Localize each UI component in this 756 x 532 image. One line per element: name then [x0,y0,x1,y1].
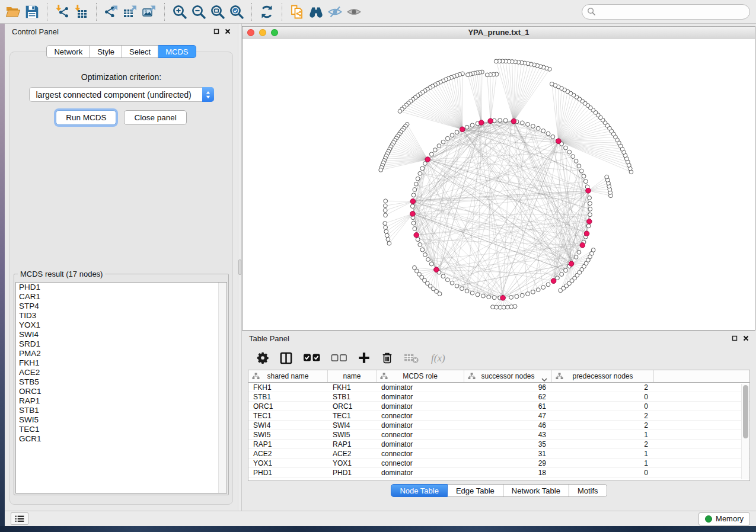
tab-network[interactable]: Network [46,45,90,58]
tab-style[interactable]: Style [90,45,122,58]
node-table[interactable]: shared namenameMCDS rolesuccessor nodesp… [248,370,750,481]
run-mcds-button[interactable]: Run MCDS [56,110,116,125]
list-item[interactable]: RAP1 [16,396,227,406]
list-item[interactable]: STP4 [16,302,227,311]
float-panel-icon[interactable] [213,28,219,34]
hide-selected-button[interactable] [326,2,344,21]
table-row[interactable]: SWI4SWI4dominator462 [248,421,749,430]
network-window-titlebar[interactable]: YPA_prune.txt_1 [243,27,755,39]
zoom-selected-button[interactable] [227,2,246,21]
select-all-columns-button[interactable] [303,351,321,364]
column-header-name[interactable]: name [328,370,377,382]
deselect-all-columns-button[interactable] [331,352,347,364]
mcds-hub-node [511,118,516,124]
open-session-button[interactable] [4,2,23,21]
dropdown-stepper-icon [202,87,214,102]
cell: dominator [377,402,464,411]
find-button[interactable] [307,2,326,21]
tab-network-table[interactable]: Network Table [503,484,569,497]
table-row[interactable]: ACE2ACE2connector311 [248,449,749,459]
mcds-hub-node [551,278,556,284]
column-header-label: name [343,372,361,380]
list-item[interactable]: ORC1 [16,387,227,396]
cell: SWI4 [248,421,328,430]
list-scrollbar-track[interactable] [218,283,227,493]
table-row[interactable]: SWI5SWI5connector431 [248,430,749,440]
close-panel-button[interactable]: Close panel [124,110,186,125]
network-canvas[interactable] [243,39,755,330]
column-header-shared-name[interactable]: shared name [248,370,328,382]
table-row[interactable]: ORC1ORC1dominator610 [248,402,749,411]
cell: FKH1 [248,383,328,392]
close-table-panel-icon[interactable] [743,335,749,341]
cell: FKH1 [328,383,377,392]
search-input[interactable] [599,7,745,16]
tab-select[interactable]: Select [122,45,158,58]
mcds-hub-node [410,211,416,217]
show-columns-button[interactable] [279,351,293,365]
float-table-panel-icon[interactable] [732,335,738,341]
refresh-layout-button[interactable] [257,2,276,21]
vertical-splitter[interactable] [238,24,242,511]
toolbar-separator [96,3,97,21]
delete-column-button[interactable] [381,351,394,364]
table-row[interactable]: PHD1PHD1dominator180 [248,468,749,477]
table-row[interactable]: STB1STB1dominator620 [248,392,749,402]
tab-node-table[interactable]: Node Table [391,484,448,497]
mcds-result-list[interactable]: PHD1CAR1STP4TID3YOX1SWI4SRD1PMA2FKH1ACE2… [15,282,227,493]
list-icon [14,514,25,523]
table-scrollbar[interactable] [741,384,749,479]
list-item[interactable]: STB5 [16,377,227,387]
list-item[interactable]: ACE2 [16,368,227,377]
column-header-successor-nodes[interactable]: successor nodes [464,370,552,382]
search-box[interactable] [582,4,750,20]
scrollbar-thumb[interactable] [743,385,748,438]
list-item[interactable]: CAR1 [16,292,227,302]
column-header-predecessor-nodes[interactable]: predecessor nodes [552,370,654,382]
list-item[interactable]: STB1 [16,406,227,415]
create-column-button[interactable] [358,351,371,364]
zoom-out-button[interactable] [189,2,208,21]
save-session-button[interactable] [23,2,42,21]
toolbar-separator [251,3,252,21]
list-item[interactable]: TEC1 [16,425,227,434]
list-item[interactable]: PMA2 [16,349,227,358]
close-panel-icon[interactable] [225,28,231,34]
cell: PHD1 [248,469,328,477]
export-image-button[interactable] [140,2,159,21]
list-item[interactable]: YOX1 [16,321,227,330]
table-row[interactable]: TEC1TEC1connector472 [248,411,749,421]
list-item[interactable]: SWI4 [16,330,227,339]
import-table-button[interactable] [72,2,91,21]
tab-motifs[interactable]: Motifs [569,484,607,497]
column-header-MCDS-role[interactable]: MCDS role [377,370,464,382]
cell: ACE2 [248,450,328,458]
task-history-button[interactable] [11,512,28,525]
list-item[interactable]: TID3 [16,311,227,321]
tab-edge-table[interactable]: Edge Table [448,484,503,497]
share-document-icon [289,4,305,20]
export-network-button[interactable] [102,2,121,21]
list-item[interactable]: SWI5 [16,415,227,425]
list-item[interactable]: GCR1 [16,434,227,444]
table-row[interactable]: YOX1YOX1connector291 [248,459,749,468]
list-item[interactable]: FKH1 [16,358,227,368]
zoom-fit-button[interactable] [208,2,227,21]
export-table-button[interactable] [121,2,140,21]
zoom-in-button[interactable] [170,2,189,21]
export-table-icon [123,4,138,20]
table-row[interactable]: FKH1FKH1dominator962 [248,383,749,392]
table-options-button[interactable] [256,351,269,364]
memory-button[interactable]: Memory [698,512,750,525]
table-row[interactable]: RAP1RAP1dominator352 [248,440,749,449]
cell: 29 [464,459,552,467]
list-item[interactable]: PHD1 [16,283,227,292]
clone-network-button[interactable] [288,2,307,21]
show-hidden-button[interactable] [344,2,363,21]
tab-mcds[interactable]: MCDS [158,45,196,58]
import-network-button[interactable] [53,2,72,21]
splitter-handle[interactable] [238,259,241,275]
column-header-label: predecessor nodes [572,372,633,380]
list-item[interactable]: SRD1 [16,339,227,349]
optimization-criterion-select[interactable]: largest connected component (undirected) [29,87,214,102]
